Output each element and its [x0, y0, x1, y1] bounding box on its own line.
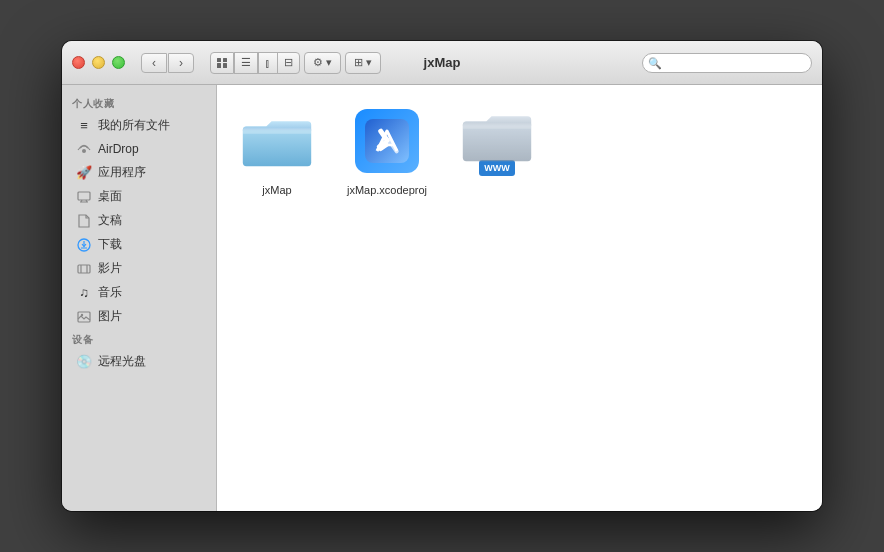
sidebar-label-all-files: 我的所有文件: [98, 117, 170, 134]
view-mode-buttons: ☰ ⫿ ⊟: [210, 52, 300, 74]
svg-rect-8: [78, 265, 90, 273]
sidebar-item-documents[interactable]: 文稿: [66, 209, 212, 232]
icon-view-button[interactable]: [210, 52, 234, 74]
sidebar: 个人收藏 ≡ 我的所有文件 AirDrop 🚀 应用程序: [62, 85, 217, 511]
desktop-icon: [76, 189, 92, 205]
cover-flow-button[interactable]: ⊟: [277, 52, 300, 74]
xcode-icon: [351, 105, 423, 177]
nav-buttons: ‹ ›: [141, 53, 194, 73]
doc-icon: [76, 213, 92, 229]
sidebar-label-music: 音乐: [98, 284, 122, 301]
svg-rect-14: [243, 128, 311, 133]
folder-icon-jxmap: [241, 105, 313, 177]
file-item-xcode[interactable]: jxMap.xcodeproj: [347, 105, 427, 197]
sidebar-label-airdrop: AirDrop: [98, 142, 139, 156]
close-button[interactable]: [72, 56, 85, 69]
search-bar: 🔍: [642, 53, 812, 73]
folder-icon-www: WWW: [461, 105, 533, 177]
gear-icon: ⚙: [313, 56, 323, 69]
sidebar-item-all-files[interactable]: ≡ 我的所有文件: [66, 114, 212, 137]
sidebar-item-movies[interactable]: 影片: [66, 257, 212, 280]
sidebar-item-remote-disk[interactable]: 💿 远程光盘: [66, 350, 212, 373]
file-area: jxMap: [217, 85, 822, 511]
airdrop-icon: [76, 141, 92, 157]
sidebar-item-applications[interactable]: 🚀 应用程序: [66, 161, 212, 184]
sidebar-label-documents: 文稿: [98, 212, 122, 229]
music-icon: ♫: [76, 285, 92, 301]
toolbar-buttons: ☰ ⫿ ⊟ ⚙ ▾ ⊞ ▾: [210, 52, 381, 74]
action-chevron: ▾: [326, 56, 332, 69]
sidebar-item-pictures[interactable]: 图片: [66, 305, 212, 328]
sidebar-label-downloads: 下载: [98, 236, 122, 253]
column-view-button[interactable]: ⫿: [258, 52, 278, 74]
sidebar-item-downloads[interactable]: 下载: [66, 233, 212, 256]
titlebar: ‹ › ☰ ⫿ ⊟ ⚙ ▾ ⊞ ▾ 🔍: [62, 41, 822, 85]
favorites-section-label: 个人收藏: [62, 93, 216, 113]
svg-rect-1: [78, 192, 90, 200]
file-name-xcode: jxMap.xcodeproj: [347, 183, 427, 197]
traffic-lights: [72, 56, 125, 69]
svg-point-0: [82, 149, 86, 153]
arrange-chevron: ▾: [366, 56, 372, 69]
file-item-jxmap[interactable]: jxMap: [237, 105, 317, 197]
disk-icon: 💿: [76, 354, 92, 370]
file-name-jxmap: jxMap: [262, 183, 291, 197]
devices-section-label: 设备: [62, 329, 216, 349]
maximize-button[interactable]: [112, 56, 125, 69]
back-button[interactable]: ‹: [141, 53, 167, 73]
download-icon: [76, 237, 92, 253]
film-icon: [76, 261, 92, 277]
search-input[interactable]: [642, 53, 812, 73]
sidebar-label-applications: 应用程序: [98, 164, 146, 181]
photo-icon: [76, 309, 92, 325]
grid-icon: ⊞: [354, 56, 363, 69]
arrange-button[interactable]: ⊞ ▾: [345, 52, 381, 74]
sidebar-label-movies: 影片: [98, 260, 122, 277]
forward-button[interactable]: ›: [168, 53, 194, 73]
search-container: 🔍: [642, 53, 812, 73]
file-name-www: [495, 183, 498, 197]
sidebar-item-airdrop[interactable]: AirDrop: [66, 138, 212, 160]
sidebar-label-desktop: 桌面: [98, 188, 122, 205]
svg-rect-21: [463, 123, 531, 128]
window-title: jxMap: [424, 55, 461, 70]
main-content: 个人收藏 ≡ 我的所有文件 AirDrop 🚀 应用程序: [62, 85, 822, 511]
rocket-icon: 🚀: [76, 165, 92, 181]
sidebar-label-remote-disk: 远程光盘: [98, 353, 146, 370]
sidebar-item-music[interactable]: ♫ 音乐: [66, 281, 212, 304]
file-item-www[interactable]: WWW: [457, 105, 537, 197]
sidebar-label-pictures: 图片: [98, 308, 122, 325]
finder-window: ‹ › ☰ ⫿ ⊟ ⚙ ▾ ⊞ ▾ 🔍: [62, 41, 822, 511]
action-button[interactable]: ⚙ ▾: [304, 52, 341, 74]
sidebar-item-desktop[interactable]: 桌面: [66, 185, 212, 208]
list-view-button[interactable]: ☰: [234, 52, 258, 74]
minimize-button[interactable]: [92, 56, 105, 69]
list-icon: ≡: [76, 118, 92, 134]
